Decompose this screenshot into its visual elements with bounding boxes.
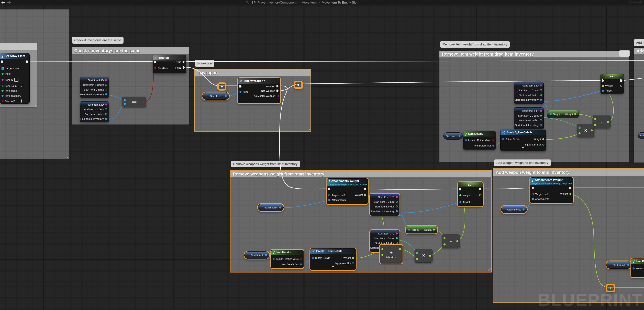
input-pin[interactable] [416,258,418,260]
node-break-item-details[interactable]: Break S_ItemDetails S Item Details Weigh… [500,130,546,151]
node-is-item-weapon[interactable]: IsItemWeapon? Item Weapon Not Weapon As … [238,78,280,103]
equipment-slot-pin[interactable] [352,262,354,264]
float-out-pin[interactable] [479,194,481,196]
add-pin-label[interactable]: Add pin [386,256,394,258]
input-pin[interactable] [594,118,596,120]
node-multiply[interactable]: X [414,249,432,263]
item-in-pin[interactable] [465,139,467,141]
node-attachments-weight[interactable]: ƒ Attachments Weight Target is BP Player… [530,177,573,203]
node-item-details-partial[interactable]: ƒ Item Details Item In [631,259,644,277]
item-pin[interactable] [240,91,242,93]
target-pin[interactable] [550,113,552,115]
int-pin[interactable] [105,108,107,110]
input-pin[interactable] [444,237,446,239]
int-pin[interactable] [105,89,107,91]
float-out-pin[interactable] [433,229,435,231]
int-pin[interactable] [540,94,542,96]
breadcrumb-root[interactable]: BP_PlayerInventoryComponent [252,1,296,4]
name-pin[interactable] [540,110,542,112]
pill-get-start-item[interactable]: Start Item L [606,261,632,269]
input-pin[interactable] [382,254,384,256]
node-attachments-weight[interactable]: ƒ Attachments Weight Target is BP Player… [326,178,368,204]
name-pin[interactable] [396,196,398,198]
node-get-start-item[interactable]: Start Item L ID Start Item L Count Start… [80,77,109,98]
item-in-pin[interactable] [272,258,274,260]
target-pin[interactable] [602,90,604,92]
weapon-out-pin[interactable] [277,95,279,97]
pill-get-attachments[interactable]: Attachments [501,206,527,213]
exec-true-pin[interactable] [182,61,185,63]
out-pin[interactable] [591,129,593,132]
node-set-weight[interactable]: SET Weight Target [458,182,483,206]
reroute-node[interactable] [218,83,226,90]
struct-in-pin[interactable] [502,138,504,140]
return-pin[interactable] [492,139,494,141]
name-pin[interactable] [105,104,107,106]
condition-pin[interactable] [154,67,156,69]
node-item-details[interactable]: ƒ Item Details Item In Return Value Item… [463,131,496,150]
int-pin[interactable] [2,73,4,75]
weight-out-pin[interactable] [570,193,572,195]
target-pin[interactable] [408,229,410,231]
node-get-inventory-weight[interactable]: Target Weight [406,226,437,233]
node-set-array-elem[interactable]: ƒ Set Array Elem Target Array Index Item… [0,53,30,104]
target-pin[interactable] [532,193,534,195]
object-pin[interactable] [458,135,460,137]
object-pin[interactable] [396,210,398,212]
reroute-node[interactable] [294,81,302,88]
exec-out-pin[interactable] [364,188,366,190]
node-equals[interactable]: == [122,97,146,107]
exec-in-pin[interactable] [154,61,156,63]
reroute-node[interactable] [606,285,614,292]
int-pin[interactable] [540,89,542,91]
item-id-field[interactable] [14,78,18,82]
node-break-item-details[interactable]: Break S_ItemDetails S Item Details Weigh… [310,248,356,270]
int-pin[interactable] [540,119,542,121]
int-pin[interactable] [540,115,542,117]
input-pin[interactable] [124,103,126,105]
out-pin[interactable] [456,240,458,242]
pill-get-start-item-partial[interactable]: Start Item L [638,133,644,139]
float-pin[interactable] [460,194,462,196]
comment-title[interactable]: Remove weapons weight from start invento… [230,171,491,177]
int-pin[interactable] [396,205,398,207]
bool-pin[interactable] [2,100,4,102]
object-pin[interactable] [105,118,107,120]
out-pin[interactable] [399,248,401,250]
int-pin[interactable] [2,90,4,92]
expand-arrow[interactable] [332,266,334,269]
object-pin[interactable] [105,93,107,95]
object-pin[interactable] [627,264,629,266]
weight-out-pin[interactable] [352,257,354,259]
int-pin[interactable] [105,113,107,115]
comment-title[interactable]: Add weapon weight to end inventory [494,169,644,176]
exec-in-pin[interactable] [240,85,242,88]
node-get-start-item[interactable]: Start Item L ID Start Item L Count Start… [514,107,544,129]
exec-out-pin[interactable] [26,60,28,63]
comment-title[interactable]: Remove item weight from drag item invent… [440,51,629,57]
name-pin[interactable] [540,84,542,87]
exec-out-pin[interactable] [479,188,482,190]
input-pin[interactable] [444,243,446,245]
out-pin[interactable] [429,255,431,257]
breadcrumb-function[interactable]: Move Item [302,1,316,4]
exec-weapon-pin[interactable] [276,85,279,87]
object-pin[interactable] [2,95,4,97]
exec-out-pin[interactable] [620,79,622,82]
exec-not-weapon-pin[interactable] [276,90,279,92]
pill-get-attachments[interactable]: Attachments [258,204,284,211]
node-subtract[interactable]: - [442,234,460,248]
comment-title[interactable]: Add i [634,48,644,54]
object-pin[interactable] [522,208,524,210]
comment-add-item-partial[interactable]: Add i [634,48,644,162]
float-pin[interactable] [602,85,604,87]
pill-get-start-item[interactable]: Start Item L [202,92,229,100]
item-count-field[interactable]: 0 [18,84,24,88]
bool-out-pin[interactable] [143,101,145,103]
exec-in-pin[interactable] [460,188,462,190]
node-branch[interactable]: Branch Condition True False [153,55,186,73]
object-pin[interactable] [279,206,281,208]
input-pin[interactable] [382,248,384,250]
object-pin[interactable] [540,124,542,126]
size-to-fit-checkbox[interactable] [18,99,22,103]
